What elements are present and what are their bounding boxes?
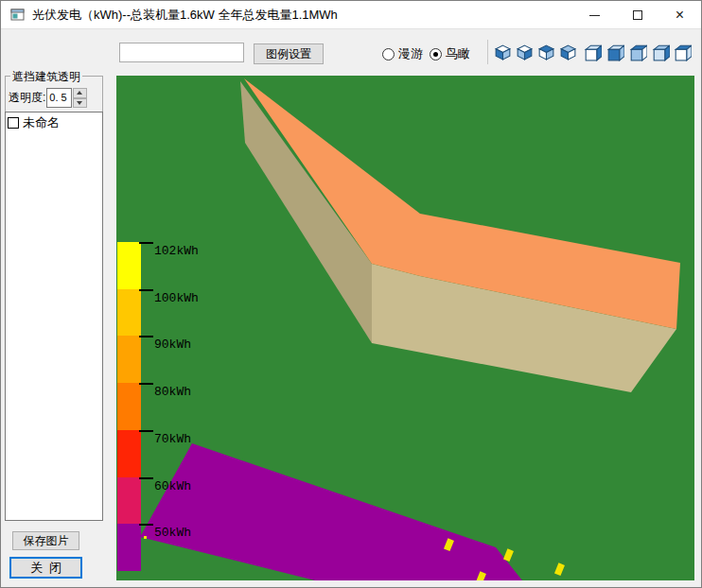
window-title: 光伏发电（kWh)--总装机量1.6kW 全年总发电量1.1MWh (32, 7, 338, 24)
layer-label: 未命名 (23, 114, 60, 131)
titlebar: 光伏发电（kWh)--总装机量1.6kW 全年总发电量1.1MWh × (1, 1, 701, 29)
cube-corner-nw-icon[interactable] (536, 43, 556, 62)
pv-marker (144, 536, 147, 539)
radio-roam-icon (382, 48, 395, 61)
opacity-down-button[interactable] (73, 98, 87, 109)
radio-roam[interactable]: 漫游 (382, 45, 423, 62)
cube-top-icon[interactable] (672, 43, 692, 62)
cube-front-solid-icon[interactable] (605, 43, 624, 62)
radio-birdseye[interactable]: 鸟瞰 (430, 45, 470, 62)
cube-corner-se-icon[interactable] (515, 43, 535, 62)
maximize-button[interactable] (616, 1, 658, 29)
close-window-button[interactable]: × (658, 1, 701, 29)
sidebar: 遮挡建筑透明 透明度: 0. 5 未命名 保存图片 关 闭 (1, 68, 113, 588)
cube-left-icon[interactable] (627, 43, 647, 62)
save-image-button[interactable]: 保存图片 (12, 531, 79, 550)
close-button[interactable]: 关 闭 (9, 557, 82, 579)
toolbar-text-input[interactable] (119, 43, 244, 62)
radio-birdseye-icon (430, 48, 442, 61)
maximize-icon (633, 10, 642, 20)
opacity-label: 透明度: (9, 90, 45, 106)
3d-viewport[interactable]: 102kWh100kWh90kWh80kWh70kWh60kWh50kWh (116, 76, 694, 580)
opacity-up-button[interactable] (73, 88, 87, 98)
window-controls: × (573, 1, 701, 29)
3d-scene[interactable] (116, 76, 694, 580)
app-window: 光伏发电（kWh)--总装机量1.6kW 全年总发电量1.1MWh × 图例设置… (0, 0, 702, 588)
list-item[interactable]: 未命名 (6, 112, 102, 133)
close-icon: × (676, 7, 684, 24)
toolbar: 图例设置 漫游 鸟瞰 (1, 30, 701, 68)
layer-checkbox[interactable] (8, 117, 19, 129)
minimize-icon (589, 15, 600, 16)
transparency-group-title: 遮挡建筑透明 (10, 69, 82, 85)
spin-down-icon (77, 101, 82, 105)
minimize-button[interactable] (573, 1, 616, 29)
opacity-input[interactable]: 0. 5 (46, 88, 72, 108)
app-icon (10, 8, 25, 22)
legend-settings-button[interactable]: 图例设置 (254, 43, 324, 64)
building-layer-list[interactable]: 未命名 (5, 112, 103, 521)
radio-birdseye-label: 鸟瞰 (446, 45, 470, 62)
radio-roam-label: 漫游 (398, 45, 423, 62)
cube-front-icon[interactable] (582, 43, 602, 62)
cube-corner-ne-icon[interactable] (558, 43, 578, 62)
cube-back-icon[interactable] (650, 43, 670, 62)
cube-corner-sw-icon[interactable] (493, 43, 513, 62)
spin-up-icon (77, 91, 82, 95)
transparency-groupbox: 遮挡建筑透明 透明度: 0. 5 (5, 76, 103, 116)
toolbar-separator (487, 40, 488, 64)
